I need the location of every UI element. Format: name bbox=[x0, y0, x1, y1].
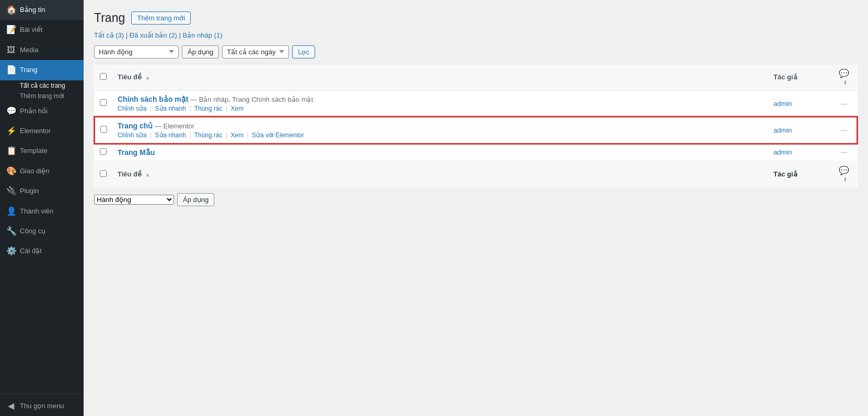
toolbar-bottom: Hành động Sửa Chuyển vào thùng rác Áp dụ… bbox=[94, 193, 858, 206]
row1-check-cell bbox=[95, 90, 112, 117]
table-row: Trang chủ — Elementor Chỉnh sửa | Sửa nh… bbox=[95, 117, 857, 144]
posts-icon: 📝 bbox=[6, 24, 16, 35]
filter-all-link[interactable]: Tất cả (3) bbox=[94, 31, 124, 39]
row1-trash-link[interactable]: Thùng rác bbox=[194, 105, 223, 112]
row1-author-link[interactable]: admin bbox=[773, 100, 792, 108]
row1-checkbox[interactable] bbox=[100, 99, 107, 106]
filter-links: Tất cả (3) | Đã xuất bản (2) | Bản nháp … bbox=[94, 31, 858, 39]
main-content: Trang Thêm trang mới Tất cả (3) | Đã xuấ… bbox=[84, 0, 868, 416]
sidebar-item-plugin[interactable]: 🔌 Plugin bbox=[0, 181, 84, 201]
collapse-label: Thu gọn menu bbox=[20, 401, 64, 411]
check-all-footer-checkbox[interactable] bbox=[100, 170, 107, 177]
filter-published-link[interactable]: Đã xuất bản (2) bbox=[130, 31, 177, 39]
sidebar-divider bbox=[0, 394, 84, 394]
row3-comment-cell: — bbox=[831, 144, 857, 161]
sidebar-label-thanh-vien: Thành viên bbox=[20, 207, 53, 216]
filter-draft-link[interactable]: Bản nháp (1) bbox=[183, 31, 223, 39]
sidebar-sub-them-trang-moi[interactable]: Thêm trang mới bbox=[0, 91, 84, 101]
row2-elementor-edit-link[interactable]: Sửa với Elementor bbox=[252, 132, 304, 139]
sidebar-label-media: Media bbox=[20, 45, 38, 55]
sort-comment-icon: ⬆ bbox=[843, 80, 847, 86]
comments-icon: 💬 bbox=[6, 105, 16, 117]
sidebar-item-template[interactable]: 📋 Template bbox=[0, 141, 84, 161]
row3-author-link[interactable]: admin bbox=[773, 148, 792, 156]
sep2: | bbox=[189, 132, 192, 139]
toolbar-top: Hành động Sửa Chuyển vào thùng rác Áp dụ… bbox=[94, 45, 858, 58]
sidebar-item-phan-hoi[interactable]: 💬 Phản hồi bbox=[0, 101, 84, 121]
pages-icon: 📄 bbox=[6, 64, 16, 76]
row3-title-cell: Trang Mẫu bbox=[112, 144, 768, 161]
sidebar-item-cai-dat[interactable]: ⚙️ Cài đặt bbox=[0, 241, 84, 261]
sidebar-item-giao-dien[interactable]: 🎨 Giao diện bbox=[0, 161, 84, 181]
col-check-all-footer bbox=[95, 161, 112, 187]
sort-title-icon: ▲ bbox=[145, 75, 151, 80]
sidebar-item-thanh-vien[interactable]: 👤 Thành viên bbox=[0, 201, 84, 221]
sidebar-label-plugin: Plugin bbox=[20, 186, 39, 196]
sort-title-footer-icon: ▲ bbox=[145, 172, 151, 177]
sort-title-footer-link[interactable]: Tiêu đề ▲ bbox=[118, 170, 151, 178]
table-row: Trang Mẫu admin — bbox=[95, 144, 857, 161]
elementor-icon: ⚡ bbox=[6, 125, 16, 137]
add-new-page-button[interactable]: Thêm trang mới bbox=[131, 11, 191, 25]
row2-check-cell bbox=[95, 117, 112, 144]
col-author-header: Tác giả bbox=[768, 64, 831, 90]
collapse-menu-button[interactable]: ◀ Thu gọn menu bbox=[0, 396, 84, 416]
sidebar-label-phan-hoi: Phản hồi bbox=[20, 106, 48, 116]
tools-icon: 🔧 bbox=[6, 225, 16, 237]
row2-quick-edit-link[interactable]: Sửa nhanh bbox=[155, 132, 186, 139]
row3-title-link[interactable]: Trang Mẫu bbox=[118, 148, 155, 157]
row1-view-link[interactable]: Xem bbox=[231, 105, 244, 112]
row1-title-link[interactable]: Chính sách bảo mật bbox=[118, 95, 188, 103]
row3-author-cell: admin bbox=[768, 144, 831, 161]
sidebar-item-bai-viet[interactable]: 📝 Bài viết bbox=[0, 20, 84, 40]
apply-button-top[interactable]: Áp dụng bbox=[182, 45, 219, 58]
collapse-icon: ◀ bbox=[6, 400, 16, 412]
row3-checkbox[interactable] bbox=[100, 148, 107, 155]
bulk-action-select-top[interactable]: Hành động Sửa Chuyển vào thùng rác bbox=[94, 45, 179, 58]
sort-title-link[interactable]: Tiêu đề ▲ bbox=[118, 73, 151, 81]
filter-button-top[interactable]: Lọc bbox=[292, 45, 315, 58]
sidebar-item-trang[interactable]: 📄 Trang bbox=[0, 60, 84, 80]
row2-edit-link[interactable]: Chỉnh sửa bbox=[118, 132, 147, 139]
sidebar-item-elementor[interactable]: ⚡ Elementor bbox=[0, 121, 84, 141]
sidebar-sub-label-add-page: Thêm trang mới bbox=[20, 92, 64, 100]
check-all-checkbox[interactable] bbox=[100, 73, 107, 80]
col-title-header: Tiêu đề ▲ bbox=[112, 64, 768, 90]
row1-edit-link[interactable]: Chỉnh sửa bbox=[118, 105, 147, 112]
bulk-action-select-bottom[interactable]: Hành động Sửa Chuyển vào thùng rác bbox=[94, 195, 174, 205]
sidebar-item-bang-tin[interactable]: 🏠 Bảng tin bbox=[0, 0, 84, 20]
row2-comment-count: — bbox=[840, 126, 847, 134]
row2-comment-cell: — bbox=[831, 117, 857, 144]
table-header-row: Tiêu đề ▲ Tác giả 💬 ⬆ bbox=[95, 64, 857, 90]
row2-trash-link[interactable]: Thùng rác bbox=[194, 132, 223, 139]
sidebar-label-cong-cu: Công cụ bbox=[20, 227, 45, 236]
apply-button-bottom[interactable]: Áp dụng bbox=[177, 193, 214, 206]
sidebar-bottom: ◀ Thu gọn menu bbox=[0, 391, 84, 416]
date-filter-select-top[interactable]: Tất cả các ngày bbox=[222, 45, 289, 58]
appearance-icon: 🎨 bbox=[6, 165, 16, 177]
row2-author-link[interactable]: admin bbox=[773, 126, 792, 134]
row1-quick-edit-link[interactable]: Sửa nhanh bbox=[155, 105, 186, 112]
row2-view-link[interactable]: Xem bbox=[231, 132, 244, 139]
row1-title-suffix: — Bản nháp, Trang Chính sách bảo mật bbox=[190, 96, 313, 103]
filter-separator-2: | bbox=[179, 31, 183, 39]
table-footer-row: Tiêu đề ▲ Tác giả 💬 ⬆ bbox=[95, 161, 857, 187]
sep1: | bbox=[150, 132, 153, 139]
sidebar-menu: 🏠 Bảng tin 📝 Bài viết 🖼 Media 📄 Trang Tấ… bbox=[0, 0, 84, 262]
pages-table: Tiêu đề ▲ Tác giả 💬 ⬆ Chính sách bảo mật bbox=[94, 64, 858, 188]
sidebar-label-giao-dien: Giao diện bbox=[20, 167, 49, 176]
row2-checkbox[interactable] bbox=[100, 126, 107, 133]
plugin-icon: 🔌 bbox=[6, 185, 16, 197]
sidebar-sub-tat-ca-cac-trang[interactable]: Tất cả các trang bbox=[0, 80, 84, 91]
sidebar-item-cong-cu[interactable]: 🔧 Công cụ bbox=[0, 221, 84, 241]
sep2: | bbox=[189, 105, 192, 112]
comment-sort-footer-icon: 💬 bbox=[839, 166, 849, 175]
page-title: Trang bbox=[94, 10, 125, 26]
row3-comment-count: — bbox=[841, 148, 848, 156]
sidebar-label-bai-viet: Bài viết bbox=[20, 25, 42, 34]
col-title-footer-header: Tiêu đề ▲ bbox=[112, 161, 768, 187]
sidebar-item-media[interactable]: 🖼 Media bbox=[0, 40, 84, 60]
sidebar-label-elementor: Elementor bbox=[20, 126, 51, 136]
row2-title-link[interactable]: Trang chủ bbox=[118, 122, 153, 130]
media-icon: 🖼 bbox=[6, 44, 16, 56]
